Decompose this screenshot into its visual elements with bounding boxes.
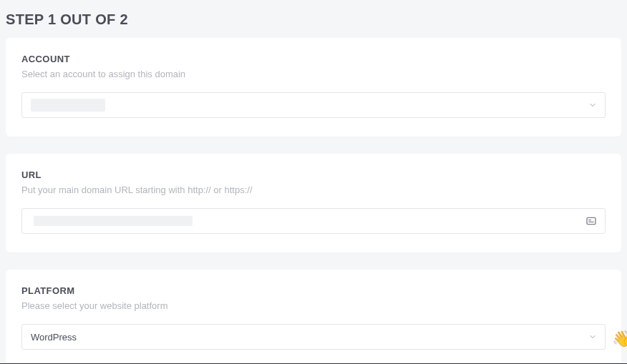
account-select[interactable] [21,92,606,118]
platform-title: PLATFORM [21,285,606,296]
step-header: STEP 1 OUT OF 2 [6,7,621,38]
account-value-redacted [31,99,105,112]
account-card: ACCOUNT Select an account to assign this… [6,38,621,137]
url-input[interactable] [21,208,606,234]
platform-select[interactable]: WordPress [21,324,606,350]
platform-card: PLATFORM Please select your website plat… [6,270,621,364]
account-description: Select an account to assign this domain [21,69,606,79]
url-description: Put your main domain URL starting with h… [21,185,606,195]
account-title: ACCOUNT [21,54,606,64]
url-title: URL [21,169,606,180]
platform-description: Please select your website platform [21,300,606,311]
url-card: URL Put your main domain URL starting wi… [6,154,621,252]
platform-value: WordPress [31,332,77,343]
wave-emoji-icon[interactable]: 👋 [612,331,627,347]
url-value-redacted [34,216,193,226]
